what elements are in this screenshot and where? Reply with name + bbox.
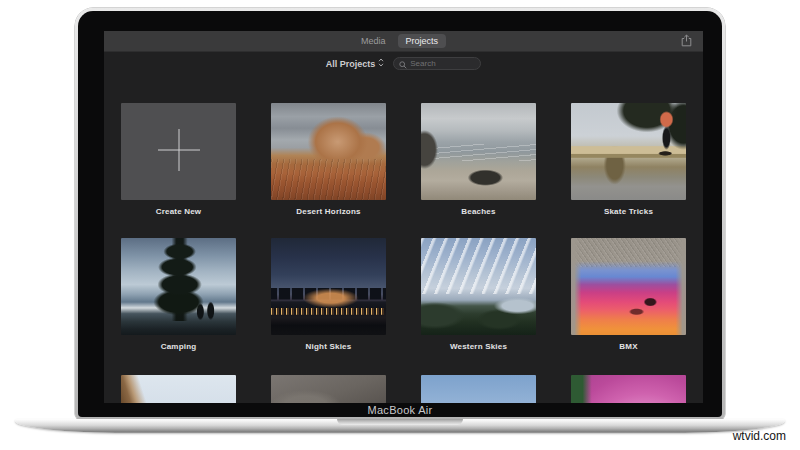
- project-tile[interactable]: Desert Horizons: [271, 103, 386, 216]
- macbook-frame: Media Projects: [75, 8, 725, 420]
- laptop-lid-notch: [337, 419, 463, 425]
- project-thumbnail[interactable]: [271, 375, 386, 403]
- filter-bar: All Projects: [104, 57, 703, 70]
- project-thumbnail[interactable]: [421, 103, 536, 200]
- project-tile[interactable]: [421, 375, 536, 403]
- project-title: Desert Horizons: [271, 207, 386, 216]
- project-tile[interactable]: [571, 375, 686, 403]
- create-new-tile[interactable]: Create New: [121, 103, 236, 216]
- project-title: Skate Tricks: [571, 207, 686, 216]
- imovie-window: Media Projects: [104, 31, 703, 403]
- project-thumbnail[interactable]: [571, 238, 686, 335]
- toolbar: Media Projects: [104, 31, 703, 52]
- share-button[interactable]: [680, 35, 693, 48]
- projects-filter-dropdown[interactable]: All Projects: [326, 58, 385, 69]
- popup-updown-icon: [378, 58, 384, 69]
- project-thumbnail[interactable]: [421, 238, 536, 335]
- project-thumbnail[interactable]: [121, 375, 236, 403]
- device-label: MacBook Air: [78, 404, 722, 416]
- project-title: Western Skies: [421, 342, 536, 351]
- project-thumbnail[interactable]: [571, 375, 686, 403]
- search-field[interactable]: [393, 57, 481, 70]
- tab-media[interactable]: Media: [361, 36, 386, 46]
- project-tile[interactable]: Beaches: [421, 103, 536, 216]
- project-thumbnail[interactable]: [271, 103, 386, 200]
- project-title: Create New: [121, 207, 236, 216]
- search-icon: [399, 55, 407, 73]
- create-new-thumbnail[interactable]: [121, 103, 236, 200]
- screen-bezel: Media Projects: [78, 11, 722, 417]
- filter-dropdown-label: All Projects: [326, 59, 376, 69]
- plus-icon: [155, 126, 203, 178]
- projects-row-1: Create New Desert Horizons Beaches Skate…: [121, 103, 686, 216]
- project-title: Camping: [121, 342, 236, 351]
- project-tile[interactable]: Skate Tricks: [571, 103, 686, 216]
- project-title: Night Skies: [271, 342, 386, 351]
- project-tile[interactable]: Camping: [121, 238, 236, 351]
- projects-row-3: [121, 375, 686, 403]
- share-icon: [681, 33, 692, 51]
- project-tile[interactable]: BMX: [571, 238, 686, 351]
- tab-projects[interactable]: Projects: [398, 34, 447, 48]
- page: Media Projects: [0, 0, 800, 450]
- project-thumbnail[interactable]: [571, 103, 686, 200]
- project-thumbnail[interactable]: [121, 238, 236, 335]
- projects-row-2: Camping Night Skies Western Skies BMX: [121, 238, 686, 351]
- project-title: BMX: [571, 342, 686, 351]
- project-tile[interactable]: [271, 375, 386, 403]
- project-tile[interactable]: Western Skies: [421, 238, 536, 351]
- project-title: Beaches: [421, 207, 536, 216]
- project-tile[interactable]: Night Skies: [271, 238, 386, 351]
- search-input[interactable]: [410, 59, 475, 68]
- project-tile[interactable]: [121, 375, 236, 403]
- watermark: wtvid.com: [733, 429, 786, 443]
- view-tabs: Media Projects: [361, 34, 446, 48]
- project-thumbnail[interactable]: [271, 238, 386, 335]
- project-thumbnail[interactable]: [421, 375, 536, 403]
